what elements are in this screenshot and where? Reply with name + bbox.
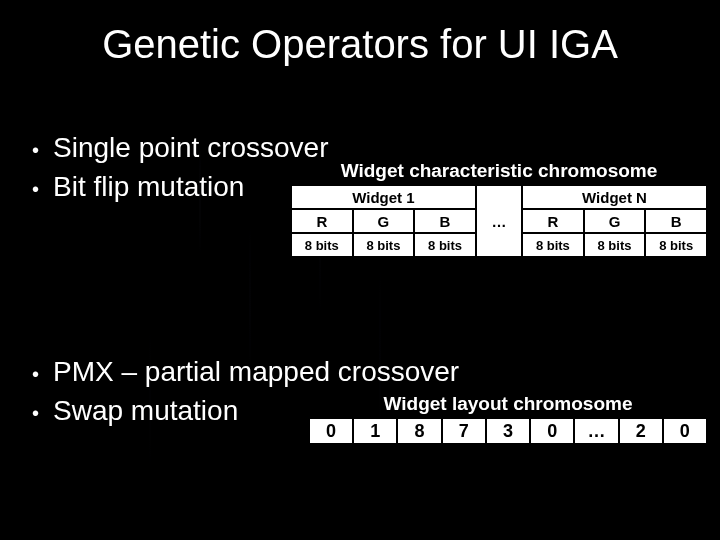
layout-cell: 0 (309, 418, 353, 444)
widget-characteristic-diagram: Widget characteristic chromosome Widget … (290, 160, 708, 258)
characteristic-table: Widget 1 … Widget N R G B R G B 8 bits 8… (290, 184, 708, 258)
diagram-title: Widget characteristic chromosome (290, 160, 708, 182)
cell-bits: 8 bits (645, 233, 707, 257)
ellipsis-cell: … (476, 185, 522, 257)
widget-layout-diagram: Widget layout chromosome 0 1 8 7 3 0 … 2… (308, 393, 708, 445)
bullet-dot-icon: • (32, 399, 39, 427)
cell-g: G (353, 209, 415, 233)
layout-cell: 0 (663, 418, 707, 444)
bullet-item: • Single point crossover (32, 128, 329, 167)
bullet-dot-icon: • (32, 175, 39, 203)
cell-bits: 8 bits (414, 233, 476, 257)
layout-cell: 1 (353, 418, 397, 444)
bullet-text: Single point crossover (53, 128, 328, 167)
layout-cell: 8 (397, 418, 441, 444)
group-label-right: Widget N (522, 185, 707, 209)
slide-title: Genetic Operators for UI IGA (0, 22, 720, 67)
slide: Genetic Operators for UI IGA • Single po… (0, 0, 720, 540)
layout-cell: 0 (530, 418, 574, 444)
bullet-dot-icon: • (32, 360, 39, 388)
bullet-dot-icon: • (32, 136, 39, 164)
cell-g: G (584, 209, 646, 233)
cell-bits: 8 bits (522, 233, 584, 257)
bullet-list-top: • Single point crossover • Bit flip muta… (32, 128, 329, 206)
cell-bits: 8 bits (353, 233, 415, 257)
bullet-text: Bit flip mutation (53, 167, 244, 206)
cell-r: R (291, 209, 353, 233)
cell-b: B (414, 209, 476, 233)
layout-table: 0 1 8 7 3 0 … 2 0 (308, 417, 708, 445)
bullet-item: • Bit flip mutation (32, 167, 329, 206)
layout-cell: 3 (486, 418, 530, 444)
cell-b: B (645, 209, 707, 233)
cell-bits: 8 bits (291, 233, 353, 257)
cell-r: R (522, 209, 584, 233)
bullet-text: Swap mutation (53, 391, 238, 430)
cell-bits: 8 bits (584, 233, 646, 257)
layout-cell: … (574, 418, 618, 444)
layout-cell: 2 (619, 418, 663, 444)
bullet-text: PMX – partial mapped crossover (53, 352, 459, 391)
group-label-left: Widget 1 (291, 185, 476, 209)
diagram-title: Widget layout chromosome (308, 393, 708, 415)
layout-cell: 7 (442, 418, 486, 444)
bullet-item: • PMX – partial mapped crossover (32, 352, 459, 391)
